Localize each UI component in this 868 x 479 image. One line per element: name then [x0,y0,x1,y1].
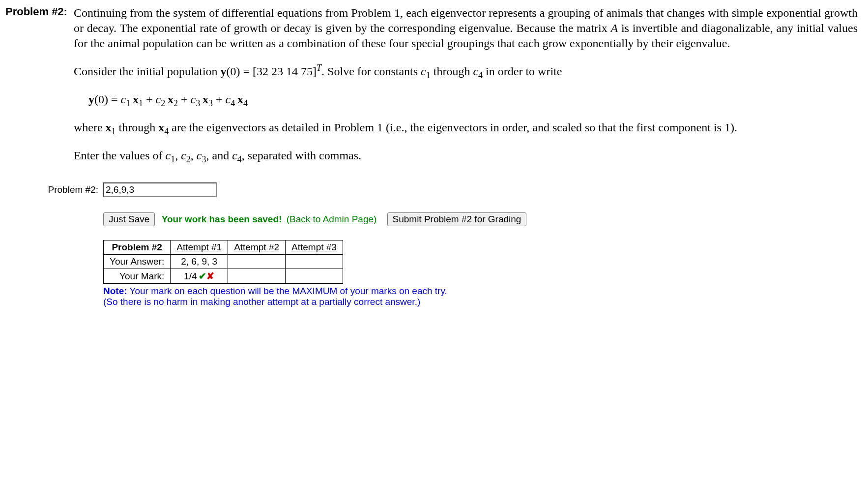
problem-body: Continuing from the system of differenti… [74,5,858,165]
attempt-header-1[interactable]: Attempt #1 [171,240,228,255]
saved-message: Your work has been saved! [162,214,282,224]
equation: y(0) = c1 x1 + c2 x2 + c3 x3 + c4 x4 [88,92,858,109]
paragraph-1: Continuing from the system of differenti… [74,5,858,52]
attempt-header-3[interactable]: Attempt #3 [286,240,343,255]
answer-cell-3 [286,255,343,269]
action-row: Just Save Your work has been saved! (Bac… [103,212,858,226]
mark-cell-1: 1/4 ✔✘ [171,269,228,284]
answer-cell-1: 2, 6, 9, 3 [171,255,228,269]
results-table: Problem #2 Attempt #1 Attempt #2 Attempt… [103,240,343,284]
paragraph-4: Enter the values of c1, c2, c3, and c4, … [74,148,858,165]
answer-input-label: Problem #2: [5,182,102,198]
paragraph-3: where x1 through x4 are the eigenvectors… [74,120,858,137]
mark-cell-3 [286,269,343,284]
cross-icon: ✘ [206,271,214,281]
submit-button[interactable]: Submit Problem #2 for Grading [387,212,527,226]
paragraph-2: Consider the initial population y(0) = [… [74,62,858,81]
note-text: Note: Your mark on each question will be… [103,286,858,307]
attempt-header-2[interactable]: Attempt #2 [228,240,286,255]
answer-row: Problem #2: [5,182,217,198]
back-to-admin-link[interactable]: (Back to Admin Page) [287,214,377,224]
results-corner: Problem #2 [104,240,171,255]
your-mark-label: Your Mark: [104,269,171,284]
mark-cell-2 [228,269,286,284]
check-icon: ✔ [199,271,206,281]
your-answer-label: Your Answer: [104,255,171,269]
answer-input[interactable] [103,182,217,197]
just-save-button[interactable]: Just Save [103,212,155,226]
problem-layout: Problem #2: Continuing from the system o… [5,5,858,180]
problem-label: Problem #2: [5,5,73,177]
answer-cell-2 [228,255,286,269]
